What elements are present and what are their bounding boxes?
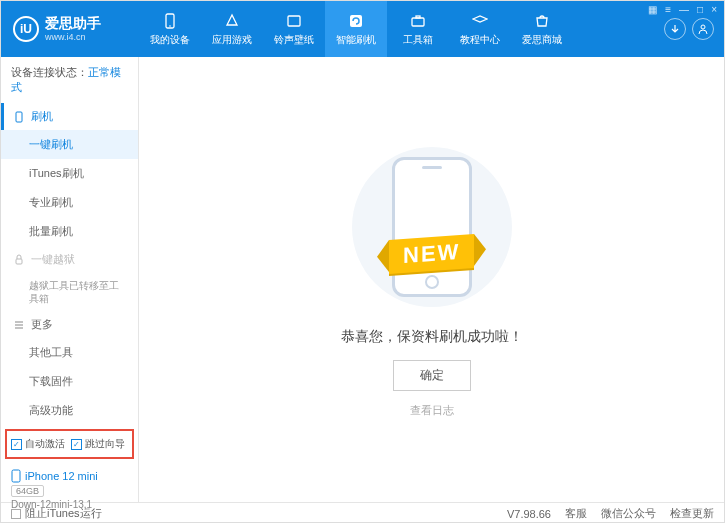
apps-icon bbox=[223, 12, 241, 30]
phone-icon bbox=[13, 111, 25, 123]
maximize-button[interactable]: □ bbox=[697, 4, 703, 15]
close-button[interactable]: × bbox=[711, 4, 717, 15]
nav-apps[interactable]: 应用游戏 bbox=[201, 1, 263, 57]
flash-icon bbox=[347, 12, 365, 30]
sidebar-item-itunes[interactable]: iTunes刷机 bbox=[1, 159, 138, 188]
nav-label: 工具箱 bbox=[403, 33, 433, 47]
logo-area: iU 爱思助手 www.i4.cn bbox=[1, 16, 139, 42]
checkbox-icon: ✓ bbox=[11, 439, 22, 450]
ok-button[interactable]: 确定 bbox=[393, 360, 471, 391]
wechat-link[interactable]: 微信公众号 bbox=[601, 506, 656, 521]
nav-label: 教程中心 bbox=[460, 33, 500, 47]
sidebar-section-jailbreak: 一键越狱 bbox=[1, 246, 138, 273]
svg-point-1 bbox=[169, 25, 171, 27]
success-message: 恭喜您，保资料刷机成功啦！ bbox=[341, 328, 523, 346]
svg-point-6 bbox=[701, 25, 705, 29]
version-label: V7.98.66 bbox=[507, 508, 551, 520]
store-icon bbox=[533, 12, 551, 30]
phone-illustration-icon bbox=[392, 157, 472, 297]
header-right bbox=[664, 18, 724, 40]
top-nav: 我的设备 应用游戏 铃声壁纸 智能刷机 工具箱 教程中心 爱思商城 bbox=[139, 1, 664, 57]
device-name: iPhone 12 mini bbox=[11, 469, 128, 483]
nav-label: 铃声壁纸 bbox=[274, 33, 314, 47]
check-update-link[interactable]: 检查更新 bbox=[670, 506, 714, 521]
svg-rect-7 bbox=[16, 112, 22, 122]
nav-label: 智能刷机 bbox=[336, 33, 376, 47]
sidebar-section-flash[interactable]: 刷机 bbox=[1, 103, 138, 130]
success-illustration: NEW bbox=[322, 142, 542, 312]
sidebar-item-pro[interactable]: 专业刷机 bbox=[1, 188, 138, 217]
main-content: NEW 恭喜您，保资料刷机成功啦！ 确定 查看日志 bbox=[139, 57, 724, 502]
nav-store[interactable]: 爱思商城 bbox=[511, 1, 573, 57]
graduate-icon bbox=[471, 12, 489, 30]
minimize-button[interactable]: — bbox=[679, 4, 689, 15]
checkbox-icon: ✓ bbox=[71, 439, 82, 450]
user-button[interactable] bbox=[692, 18, 714, 40]
device-storage: 64GB bbox=[11, 485, 44, 497]
jailbreak-note: 越狱工具已转移至工具箱 bbox=[1, 273, 138, 311]
app-name: 爱思助手 bbox=[45, 16, 101, 31]
menu-button[interactable]: ≡ bbox=[665, 4, 671, 15]
sidebar-item-other[interactable]: 其他工具 bbox=[1, 338, 138, 367]
nav-tutorial[interactable]: 教程中心 bbox=[449, 1, 511, 57]
sidebar-section-more[interactable]: 更多 bbox=[1, 311, 138, 338]
skin-button[interactable]: ▦ bbox=[648, 4, 657, 15]
sidebar-item-batch[interactable]: 批量刷机 bbox=[1, 217, 138, 246]
checkbox-icon bbox=[11, 509, 21, 519]
lock-icon bbox=[13, 254, 25, 266]
customer-service-link[interactable]: 客服 bbox=[565, 506, 587, 521]
nav-label: 应用游戏 bbox=[212, 33, 252, 47]
svg-rect-4 bbox=[412, 18, 424, 26]
nav-toolbox[interactable]: 工具箱 bbox=[387, 1, 449, 57]
menu-icon bbox=[13, 319, 25, 331]
connection-status: 设备连接状态：正常模式 bbox=[1, 57, 138, 103]
svg-rect-2 bbox=[288, 16, 300, 26]
app-header: ▦ ≡ — □ × iU 爱思助手 www.i4.cn 我的设备 应用游戏 铃声… bbox=[1, 1, 724, 57]
window-controls: ▦ ≡ — □ × bbox=[648, 4, 717, 15]
phone-icon bbox=[161, 12, 179, 30]
nav-my-device[interactable]: 我的设备 bbox=[139, 1, 201, 57]
option-checks-highlight: ✓自动激活 ✓跳过向导 bbox=[5, 429, 134, 459]
sidebar-item-oneclick[interactable]: 一键刷机 bbox=[1, 130, 138, 159]
nav-label: 我的设备 bbox=[150, 33, 190, 47]
nav-label: 爱思商城 bbox=[522, 33, 562, 47]
phone-icon bbox=[11, 469, 21, 483]
nav-flash[interactable]: 智能刷机 bbox=[325, 1, 387, 57]
block-itunes-check[interactable]: 阻止iTunes运行 bbox=[11, 506, 102, 521]
app-url: www.i4.cn bbox=[45, 32, 101, 42]
download-button[interactable] bbox=[664, 18, 686, 40]
wallpaper-icon bbox=[285, 12, 303, 30]
app-logo-icon: iU bbox=[13, 16, 39, 42]
nav-ringtone[interactable]: 铃声壁纸 bbox=[263, 1, 325, 57]
svg-rect-3 bbox=[350, 15, 362, 27]
svg-rect-8 bbox=[16, 259, 22, 264]
new-ribbon: NEW bbox=[389, 234, 474, 274]
sidebar-item-firmware[interactable]: 下载固件 bbox=[1, 367, 138, 396]
view-log-link[interactable]: 查看日志 bbox=[410, 403, 454, 418]
svg-rect-9 bbox=[12, 470, 20, 482]
check-auto-activate[interactable]: ✓自动激活 bbox=[11, 437, 65, 451]
check-skip-guide[interactable]: ✓跳过向导 bbox=[71, 437, 125, 451]
sidebar: 设备连接状态：正常模式 刷机 一键刷机 iTunes刷机 专业刷机 批量刷机 一… bbox=[1, 57, 139, 502]
toolbox-icon bbox=[409, 12, 427, 30]
sidebar-item-advanced[interactable]: 高级功能 bbox=[1, 396, 138, 425]
svg-rect-5 bbox=[416, 16, 420, 18]
